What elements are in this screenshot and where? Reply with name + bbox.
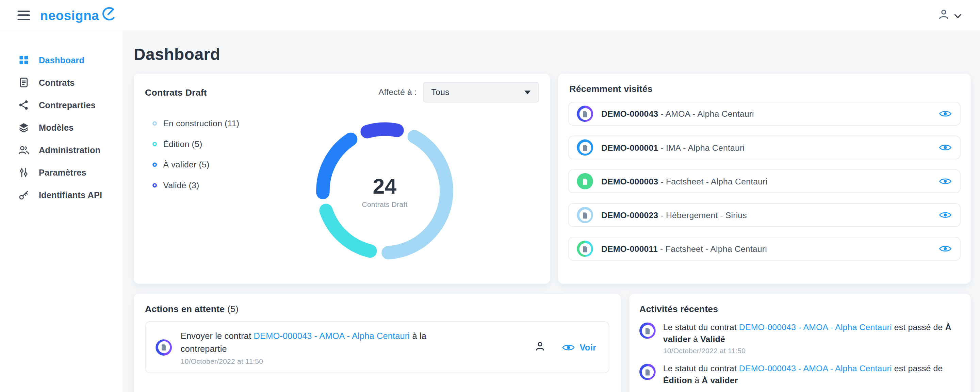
sidebar-item-identifiants-api[interactable]: Identifiants API (0, 184, 123, 206)
select-caret-icon (524, 90, 530, 94)
contract-link[interactable]: DEMO-000043 - AMOA - Alpha Centauri (254, 331, 410, 341)
sidebar-item-administration[interactable]: Administration (0, 139, 123, 161)
share-nodes-icon (18, 99, 29, 111)
contrats-draft-title: Contrats Draft (145, 87, 207, 97)
recent-row[interactable]: DEMO-000023 - Hébergement - Sirius (568, 203, 961, 227)
legend-bullet (153, 121, 157, 126)
activity-text: Le statut du contrat DEMO-000043 - AMOA … (663, 362, 961, 386)
sidebar-item-modeles[interactable]: Modèles (0, 116, 123, 139)
sidebar-item-label: Contrats (39, 78, 75, 88)
action-date: 10/October/2022 at 11:50 (181, 358, 474, 365)
sidebar-item-label: Modèles (39, 123, 74, 132)
filter-label: Affecté à : (379, 88, 417, 97)
chevron-down-icon (955, 10, 961, 21)
person-icon (937, 8, 950, 23)
contract-badge-icon (640, 364, 656, 380)
contract-badge-icon (577, 140, 593, 156)
contract-badge-icon (640, 323, 656, 339)
users-icon (18, 144, 29, 156)
contract-badge-icon (577, 173, 593, 190)
voir-button[interactable]: Voir (562, 342, 596, 352)
actions-card: Actions en attente (5) Envoyer le contra… (134, 294, 620, 392)
eye-icon[interactable] (939, 244, 952, 253)
donut-label: Contrats Draft (362, 201, 407, 208)
affecte-a-select[interactable]: Tous (423, 82, 539, 103)
legend-label: Édition (5) (163, 140, 202, 149)
donut-total: 24 (373, 174, 397, 199)
layers-icon (18, 121, 29, 133)
recent-title: Récemment visités (568, 84, 961, 94)
sidebar-item-contreparties[interactable]: Contreparties (0, 94, 123, 116)
eye-icon (562, 343, 576, 352)
contract-badge-icon (577, 105, 593, 122)
key-icon (18, 189, 29, 201)
sidebar-item-label: Dashboard (39, 56, 84, 65)
document-icon (18, 76, 29, 88)
activity-date: 10/October/2022 at 11:50 (663, 347, 961, 354)
sliders-icon (18, 166, 29, 178)
activities-card: Activités récentes Le statut du contrat … (630, 294, 971, 392)
pen-swoosh-icon (100, 6, 115, 23)
activity-item: Le statut du contrat DEMO-000043 - AMOA … (640, 321, 961, 354)
sidebar-item-label: Paramètres (39, 168, 86, 177)
recent-row-text: DEMO-000011 - Factsheet - Alpha Centauri (601, 244, 767, 253)
recent-row[interactable]: DEMO-000011 - Factsheet - Alpha Centauri (568, 237, 961, 261)
legend-label: Validé (3) (163, 181, 199, 190)
actions-count: (5) (227, 304, 239, 314)
sidebar-item-contrats[interactable]: Contrats (0, 71, 123, 94)
recent-row-text: DEMO-000001 - IMA - Alpha Centauri (601, 143, 745, 153)
contract-badge-icon (156, 339, 172, 355)
action-text: Envoyer le contrat DEMO-000043 - AMOA - … (181, 329, 474, 355)
recent-row-text: DEMO-000023 - Hébergement - Sirius (601, 210, 747, 220)
main-content: Dashboard Contrats Draft Affecté à : Tou… (123, 31, 980, 392)
recent-row[interactable]: DEMO-000043 - AMOA - Alpha Centauri (568, 102, 961, 126)
recent-row[interactable]: DEMO-000003 - Factsheet - Alpha Centauri (568, 169, 961, 193)
recent-row-text: DEMO-000043 - AMOA - Alpha Centauri (601, 109, 754, 119)
contract-badge-icon (577, 241, 593, 257)
affecte-a-select-value: Tous (431, 88, 449, 97)
donut-center: 24 Contrats Draft (311, 117, 458, 265)
topbar: neosigna (0, 0, 980, 31)
legend-bullet (153, 163, 157, 167)
legend-item: À valider (5) (153, 159, 239, 171)
recent-row-text: DEMO-000003 - Factsheet - Alpha Centauri (601, 177, 767, 186)
recent-row[interactable]: DEMO-000001 - IMA - Alpha Centauri (568, 136, 961, 159)
recent-card: Récemment visités DEMO-000043 - AMOA - A… (558, 74, 970, 284)
donut-legend: En construction (11) Édition (5) À valid… (153, 117, 239, 200)
sidebar-item-dashboard[interactable]: Dashboard (0, 49, 123, 71)
donut-chart: 24 Contrats Draft (311, 117, 458, 265)
legend-label: À valider (5) (163, 160, 209, 169)
sidebar-item-parametres[interactable]: Paramètres (0, 161, 123, 184)
eye-icon[interactable] (939, 109, 952, 118)
eye-icon[interactable] (939, 210, 952, 220)
legend-label: En construction (11) (163, 119, 239, 128)
contrats-draft-card: Contrats Draft Affecté à : Tous En const… (134, 74, 550, 284)
hamburger-icon[interactable] (18, 8, 30, 22)
app: neosigna (0, 0, 980, 392)
contract-link[interactable]: DEMO-000043 - AMOA - Alpha Centauri (739, 364, 892, 373)
legend-item: En construction (11) (153, 117, 239, 129)
page-title: Dashboard (134, 45, 970, 64)
action-item: Envoyer le contrat DEMO-000043 - AMOA - … (145, 321, 609, 373)
contract-badge-icon (577, 207, 593, 223)
sidebar-item-label: Administration (39, 145, 100, 155)
brand-logo[interactable]: neosigna (40, 7, 115, 24)
sidebar-item-label: Contreparties (39, 100, 95, 110)
legend-item: Validé (3) (153, 179, 239, 191)
sidebar: Dashboard Contrats Contreparties (0, 31, 123, 392)
brand-logo-text: neosigna (40, 7, 99, 24)
eye-icon[interactable] (939, 143, 952, 152)
assignee-person-icon[interactable] (535, 340, 546, 354)
actions-title: Actions en attente (5) (145, 304, 609, 314)
legend-bullet (153, 142, 157, 146)
activity-item: Le statut du contrat DEMO-000043 - AMOA … (640, 362, 961, 386)
activity-text: Le statut du contrat DEMO-000043 - AMOA … (663, 321, 961, 345)
user-menu[interactable] (937, 8, 961, 23)
legend-item: Édition (5) (153, 138, 239, 150)
dashboard-grid-icon (18, 54, 29, 66)
legend-bullet (153, 183, 157, 188)
eye-icon[interactable] (939, 177, 952, 186)
sidebar-item-label: Identifiants API (39, 190, 102, 200)
contract-link[interactable]: DEMO-000043 - AMOA - Alpha Centauri (739, 323, 892, 332)
activities-title: Activités récentes (640, 304, 961, 314)
